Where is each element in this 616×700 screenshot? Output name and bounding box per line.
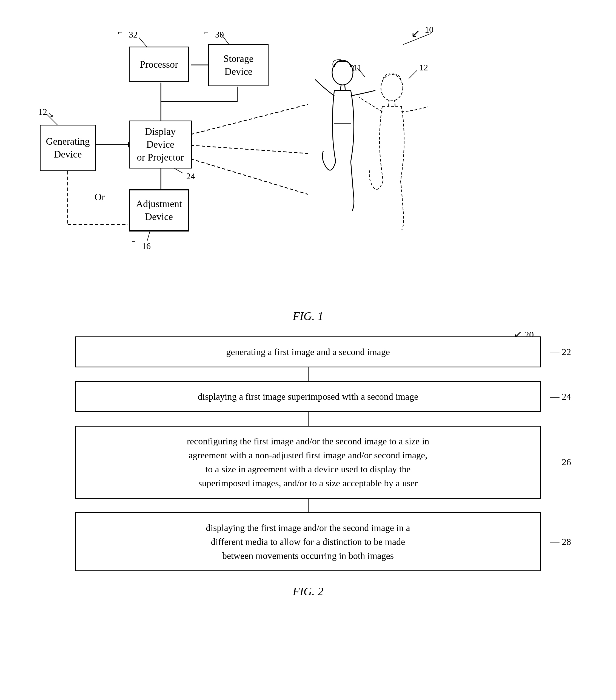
connector-1 [308,367,309,381]
fig2-section: ↙ 20 generating a first image and a seco… [22,336,594,571]
tick-32: ⌐ [118,28,122,37]
flowbox-22-wrapper: generating a first image and a second im… [75,336,541,367]
svg-line-11 [191,159,308,194]
fig1-caption: FIG. 1 [22,310,594,323]
generating-box: GeneratingDevice [40,125,96,171]
fig2-caption: FIG. 2 [22,585,594,598]
svg-line-22 [345,84,345,90]
svg-line-17 [147,231,150,241]
flowbox-24: displaying a first image superimposed wi… [75,381,541,412]
ref-28: — 28 [550,537,571,547]
flowbox-22: generating a first image and a second im… [75,336,541,367]
display-label: Display Deviceor Projector [132,125,188,164]
svg-line-26 [389,100,389,106]
ref-22: — 22 [550,347,571,357]
flowbox-24-text: displaying a first image superimposed wi… [198,391,418,402]
arrow-10: ↙ [411,27,420,40]
processor-box: Processor [129,47,189,82]
or-label: Or [95,191,105,203]
flowbox-28-wrapper: displaying the first image and/or the se… [75,512,541,571]
storage-box: StorageDevice [208,44,269,86]
flowbox-22-text: generating a first image and a second im… [226,347,390,357]
connector-3 [308,499,309,512]
flowbox-28: displaying the first image and/or the se… [75,512,541,571]
arrow-12a: ↘ [48,111,53,118]
svg-line-21 [340,84,341,90]
adjustment-label: AdjustmentDevice [136,198,182,223]
svg-line-13 [139,38,147,47]
flowbox-26: reconfiguring the first image and/or the… [75,426,541,499]
ref-30: 30 [215,29,224,40]
ref-32: 32 [129,29,138,40]
processor-label: Processor [140,58,178,71]
flowbox-26-text: reconfiguring the first image and/or the… [187,436,429,488]
ref-24: 24 [186,171,195,182]
human-figure-dashed [351,71,439,263]
fig2-flowchart: generating a first image and a second im… [75,336,541,571]
svg-line-10 [191,145,308,153]
svg-line-9 [191,104,308,134]
fig1-diagram: Processor StorageDevice GeneratingDevice… [22,16,594,304]
tick-24: ⌐ [175,168,179,176]
tick-30: ⌐ [204,28,209,37]
tick-16: ⌐ [132,238,135,245]
flowbox-26-wrapper: reconfiguring the first image and/or the… [75,426,541,499]
storage-label: StorageDevice [223,52,254,78]
adjustment-box: AdjustmentDevice [129,189,189,232]
svg-point-25 [381,75,403,101]
ref-26: — 26 [550,457,571,467]
ref-10: 10 [425,25,433,35]
svg-line-27 [395,100,395,106]
display-box: Display Deviceor Projector [129,121,192,168]
flowbox-28-text: displaying the first image and/or the se… [206,523,410,561]
flowbox-24-wrapper: displaying a first image superimposed wi… [75,381,541,412]
generating-label: GeneratingDevice [46,135,90,161]
ref-24-flow: — 24 [550,391,571,402]
ref-12a: 12 [38,107,47,117]
connector-2 [308,412,309,426]
page: Processor StorageDevice GeneratingDevice… [0,0,616,700]
ref-16: 16 [142,241,151,251]
